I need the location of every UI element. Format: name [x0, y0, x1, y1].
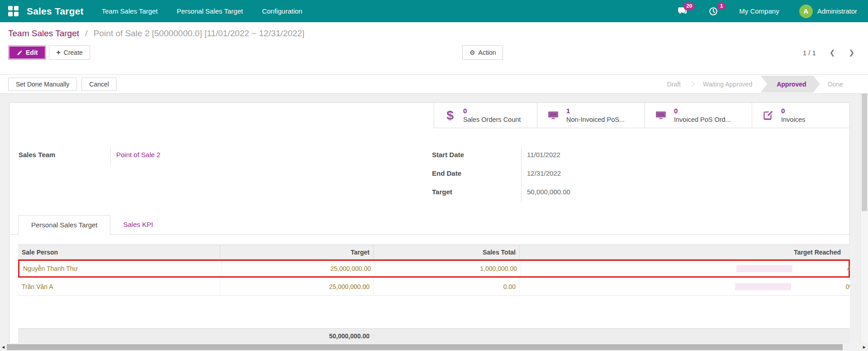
progress-bar: [735, 283, 791, 290]
field-target: Target 50,000,000.00: [432, 184, 626, 203]
top-navbar: Sales Target Team Sales Target Personal …: [0, 0, 868, 22]
company-switcher[interactable]: My Company: [739, 7, 779, 15]
target-reached-percent: 4%: [847, 265, 850, 272]
form-sheet: $ 0 Sales Orders Count 1 Non-Invoiced Po…: [9, 102, 850, 343]
target-reached-percent: 0%: [846, 283, 850, 290]
create-button[interactable]: + Create: [49, 45, 90, 60]
stat-label: Sales Orders Count: [463, 115, 521, 125]
cell-target-reached: 0%: [519, 278, 850, 295]
stat-label: Non-Invoiced PoS...: [566, 115, 625, 125]
scroll-left-icon[interactable]: ◀: [2, 345, 5, 349]
action-button[interactable]: ⚙ Action: [462, 45, 503, 60]
cell-target-reached: 4%: [521, 261, 850, 276]
progress-bar: [736, 265, 792, 272]
messages-count-badge: 20: [683, 2, 695, 10]
cell-sale-person: Nguyễn Thanh Thư: [19, 261, 221, 276]
action-button-label: Action: [479, 49, 496, 56]
user-menu[interactable]: A Administrator: [799, 5, 857, 18]
horizontal-scrollbar[interactable]: ◀ ▶: [0, 343, 868, 351]
cell-target: 25,000,000.00: [220, 278, 373, 295]
tab-personal-sales-target[interactable]: Personal Sales Target: [18, 215, 110, 235]
vertical-scrollbar-thumb[interactable]: [862, 84, 867, 211]
clock-icon: [708, 6, 718, 16]
end-date-value: 12/31/2022: [521, 166, 626, 184]
stat-non-invoiced-pos[interactable]: 1 Non-Invoiced PoS...: [537, 103, 645, 128]
stat-button-box: $ 0 Sales Orders Count 1 Non-Invoiced Po…: [434, 103, 849, 128]
sales-team-label: Sales Team: [19, 147, 110, 159]
stat-value: 0: [781, 106, 805, 115]
breadcrumb-separator: /: [85, 29, 87, 38]
monitor-icon: [546, 110, 560, 121]
activities-count-badge: 1: [717, 2, 726, 10]
stage-draft[interactable]: Draft: [659, 76, 689, 93]
target-value: 50,000,000.00: [521, 184, 626, 203]
menu-personal-sales-target[interactable]: Personal Sales Target: [177, 0, 243, 22]
control-panel-buttons: Edit + Create ⚙ Action 1 / 1 ❮ ❯: [8, 44, 858, 61]
field-sales-team: Sales Team Point of Sale 2: [19, 147, 213, 166]
status-stages: Draft Waiting Approved Approved Done: [659, 76, 851, 93]
pager-next-icon[interactable]: ❯: [849, 48, 854, 57]
target-label: Target: [432, 184, 521, 196]
cancel-button[interactable]: Cancel: [81, 77, 117, 91]
dollar-icon: $: [443, 109, 457, 122]
cell-sale-person: Trần Văn A: [18, 278, 220, 295]
end-date-label: End Date: [432, 166, 521, 177]
breadcrumb-parent-link[interactable]: Team Sales Target: [8, 29, 79, 38]
notebook-tabs: Personal Sales Target Sales KPI: [9, 215, 849, 235]
header-target-reached[interactable]: Target Reached: [519, 245, 850, 259]
table-total-row: 50,000,000.00: [18, 328, 850, 343]
stat-invoices[interactable]: 0 Invoices: [752, 103, 849, 128]
horizontal-scrollbar-thumb[interactable]: [7, 344, 843, 350]
plus-icon: +: [56, 49, 60, 56]
apps-grid-icon[interactable]: [8, 6, 19, 16]
start-date-value: 11/01/2022: [521, 147, 626, 166]
personal-sales-target-table: Sale Person Target Sales Total Target Re…: [18, 245, 850, 343]
stat-value: 1: [566, 106, 625, 115]
stat-invoiced-pos[interactable]: 0 Invoiced PoS Ord...: [645, 103, 752, 128]
messages-button[interactable]: 20: [677, 6, 688, 16]
header-target[interactable]: Target: [220, 245, 373, 259]
table-row-highlighted[interactable]: Nguyễn Thanh Thư 25,000,000.00 1,000,000…: [18, 260, 850, 278]
stat-value: 0: [463, 106, 521, 115]
stat-label: Invoices: [781, 115, 805, 125]
vertical-scrollbar[interactable]: ▲: [860, 75, 868, 343]
edit-button[interactable]: Edit: [8, 45, 46, 60]
menu-configuration[interactable]: Configuration: [262, 0, 302, 22]
navbar-right: 20 1 My Company A Administrator: [677, 5, 857, 18]
menu-team-sales-target[interactable]: Team Sales Target: [102, 0, 158, 22]
cell-target: 25,000,000.00: [221, 261, 375, 276]
sales-team-value-link[interactable]: Point of Sale 2: [110, 147, 213, 166]
header-sale-person[interactable]: Sale Person: [18, 245, 220, 259]
cell-sales-total: 0.00: [373, 278, 519, 295]
stage-waiting-approved[interactable]: Waiting Approved: [695, 76, 760, 93]
stage-done[interactable]: Done: [820, 76, 851, 93]
stat-label: Invoiced PoS Ord...: [674, 115, 731, 125]
pencil-icon: [17, 50, 23, 56]
cell-sales-total: 1,000,000.00: [375, 261, 521, 276]
monitor-icon: [654, 110, 668, 121]
content-area: $ 0 Sales Orders Count 1 Non-Invoiced Po…: [0, 94, 860, 343]
stage-chevron-icon: [689, 81, 695, 87]
control-panel: Team Sales Target / Point of Sale 2 [500…: [0, 22, 868, 75]
field-group-left: Sales Team Point of Sale 2: [19, 147, 213, 166]
table-row[interactable]: Trần Văn A 25,000,000.00 0.00 0%: [18, 278, 850, 296]
total-target: 50,000,000.00: [220, 329, 373, 343]
activities-button[interactable]: 1: [708, 6, 718, 16]
field-group-right: Start Date 11/01/2022 End Date 12/31/202…: [432, 147, 626, 203]
gear-icon: ⚙: [470, 49, 475, 56]
tab-sales-kpi[interactable]: Sales KPI: [110, 215, 166, 234]
set-done-manually-button[interactable]: Set Done Manually: [8, 77, 77, 91]
field-start-date: Start Date 11/01/2022: [432, 147, 626, 166]
header-sales-total[interactable]: Sales Total: [373, 245, 519, 259]
stat-sales-orders-count[interactable]: $ 0 Sales Orders Count: [434, 103, 537, 128]
scroll-right-icon[interactable]: ▶: [863, 345, 866, 349]
pager-prev-icon[interactable]: ❮: [830, 48, 835, 57]
breadcrumb: Team Sales Target / Point of Sale 2 [500…: [8, 29, 858, 38]
edit-note-icon: [761, 110, 775, 121]
app-title[interactable]: Sales Target: [27, 6, 84, 17]
stage-approved-active[interactable]: Approved: [760, 76, 820, 93]
field-end-date: End Date 12/31/2022: [432, 166, 626, 184]
start-date-label: Start Date: [432, 147, 521, 159]
main-menu: Team Sales Target Personal Sales Target …: [102, 0, 303, 22]
statusbar: Set Done Manually Cancel Draft Waiting A…: [0, 75, 868, 94]
